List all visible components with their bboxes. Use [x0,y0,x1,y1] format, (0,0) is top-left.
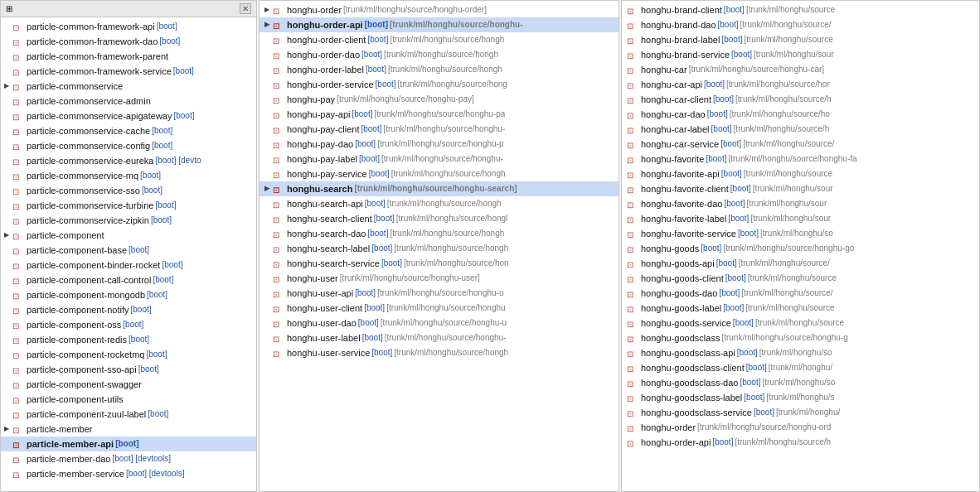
left-tree-item[interactable]: ⊡particle-commonservice-turbine [boot] [1,198,256,213]
project-icon: ⊡ [627,80,638,89]
center-list-item[interactable]: ⊡honghu-user-dao [boot] [trunk/ml/honghu… [260,316,619,330]
close-button-left[interactable]: ✕ [240,3,251,14]
right-list-item[interactable]: ⊡honghu-goods-label [boot] [trunk/ml/hon… [622,301,979,316]
expand-arrow[interactable]: ▶ [4,229,12,242]
right-list-item[interactable]: ⊡honghu-brand-label [boot] [trunk/ml/hon… [622,32,979,47]
left-tree-item[interactable]: ⊡particle-commonservice-cache [boot] [1,123,256,138]
left-tree-item[interactable]: ⊡particle-member-dao [boot] [devtools] [1,451,256,466]
right-list-item[interactable]: ⊡honghu-goods [boot] [trunk/ml/honghu/so… [622,241,979,256]
expand-arrow[interactable]: ▶ [264,3,273,17]
left-tree-item[interactable]: ⊡particle-component-redis [boot] [1,332,256,347]
center-list-item[interactable]: ⊡honghu-pay-label [boot] [trunk/ml/hongh… [260,152,619,166]
center-list-item[interactable]: ⊡honghu-search-service [boot] [trunk/ml/… [260,256,619,271]
right-list-item[interactable]: ⊡honghu-car [trunk/ml/honghu/source/hong… [622,62,979,77]
left-tree-item[interactable]: ⊡particle-component-rocketmq [boot] [1,347,256,362]
right-list-item[interactable]: ⊡honghu-brand-service [boot] [trunk/ml/h… [622,47,979,62]
left-tree-item[interactable]: ⊡particle-commonservice-apigateway [boot… [1,109,256,123]
left-tree-item[interactable]: ⊡particle-component-binder-rocket [boot] [1,258,256,273]
center-list-item[interactable]: ⊡honghu-order-label [boot] [trunk/ml/hon… [260,62,619,77]
left-tree-item[interactable]: ⊡particle-component-sso-api [boot] [1,362,256,377]
expand-arrow[interactable]: ▶ [4,422,12,436]
item-name: honghu-favorite-service [641,227,736,240]
expand-arrow[interactable]: ▶ [4,80,12,93]
left-tree-item[interactable]: ⊡particle-commonservice-eureka [boot] [d… [1,153,256,168]
center-list-item[interactable]: ⊡honghu-pay-service [boot] [trunk/ml/hon… [260,166,619,181]
center-list-item[interactable]: ⊡honghu-pay [trunk/ml/honghu/source/hong… [260,92,619,107]
left-tree-item[interactable]: ⊡particle-common-framework-dao [boot] [1,34,256,49]
center-list-item[interactable]: ⊡honghu-pay-api [boot] [trunk/ml/honghu/… [260,107,619,122]
center-list-item[interactable]: ⊡honghu-user-api [boot] [trunk/ml/honghu… [260,286,619,301]
left-tree-item[interactable]: ▶⊡particle-commonservice [1,79,256,94]
center-list-item[interactable]: ⊡honghu-search-dao [boot] [trunk/ml/hong… [260,226,619,241]
right-list-item[interactable]: ⊡honghu-favorite-api [boot] [trunk/ml/ho… [622,166,979,181]
right-list-item[interactable]: ⊡honghu-car-service [boot] [trunk/ml/hon… [622,137,979,152]
center-list-item[interactable]: ⊡honghu-search-label [boot] [trunk/ml/ho… [260,241,619,256]
right-list-item[interactable]: ⊡honghu-goodsclass-api [boot] [trunk/ml/… [622,345,979,360]
left-tree-item[interactable]: ⊡particle-commonservice-zipkin [boot] [1,213,256,228]
left-tree-item[interactable]: ⊡particle-component-notify [boot] [1,302,256,317]
center-list-item[interactable]: ⊡honghu-order-dao [boot] [trunk/ml/hongh… [260,47,619,62]
right-list-item[interactable]: ⊡honghu-goods-client [boot] [trunk/ml/ho… [622,271,979,286]
left-tree-item[interactable]: ⊡particle-commonservice-sso [boot] [1,183,256,198]
project-icon: ⊡ [273,124,284,134]
item-path: [trunk/ml/honghu/source/honghu- [390,18,523,31]
center-list-item[interactable]: ⊡honghu-pay-dao [boot] [trunk/ml/honghu/… [260,137,619,152]
right-list-item[interactable]: ⊡honghu-favorite-client [boot] [trunk/ml… [622,181,979,196]
center-list-item[interactable]: ▶⊡honghu-order [trunk/ml/honghu/source/h… [260,2,619,17]
center-list-item[interactable]: ▶⊡honghu-order-api [boot] [trunk/ml/hong… [260,17,619,32]
left-tree-item[interactable]: ⊡particle-common-framework-api [boot] [1,19,256,34]
right-list-item[interactable]: ⊡honghu-goodsclass [trunk/ml/honghu/sour… [622,330,979,345]
right-list-item[interactable]: ⊡honghu-goodsclass-dao [boot] [trunk/ml/… [622,375,979,390]
right-list-item[interactable]: ⊡honghu-goodsclass-service [boot] [trunk… [622,405,979,420]
expand-arrow[interactable]: ▶ [264,182,273,195]
item-name: honghu-goods-dao [641,287,717,300]
right-list-item[interactable]: ⊡honghu-car-label [boot] [trunk/ml/hongh… [622,122,979,137]
left-tree-item[interactable]: ⊡particle-component-zuul-label [boot] [1,407,256,422]
right-list-item[interactable]: ⊡honghu-car-dao [boot] [trunk/ml/honghu/… [622,107,979,122]
right-list-item[interactable]: ⊡honghu-goods-api [boot] [trunk/ml/hongh… [622,256,979,271]
right-list-item[interactable]: ⊡honghu-favorite-dao [boot] [trunk/ml/ho… [622,196,979,211]
expand-arrow[interactable]: ▶ [264,18,273,31]
project-icon: ⊡ [627,94,638,104]
right-list-item[interactable]: ⊡honghu-brand-client [boot] [trunk/ml/ho… [622,2,979,17]
project-icon: ⊡ [273,109,284,119]
right-list-item[interactable]: ⊡honghu-order [trunk/ml/honghu/source/ho… [622,420,979,435]
left-tree-item[interactable]: ⊡particle-common-framework-parent [1,49,256,64]
right-list-item[interactable]: ⊡honghu-order-api [boot] [trunk/ml/hongh… [622,435,979,450]
left-tree-item[interactable]: ⊡particle-commonservice-config [boot] [1,138,256,153]
left-tree-item[interactable]: ⊡particle-commonservice-admin [1,94,256,109]
right-list-item[interactable]: ⊡honghu-favorite-label [boot] [trunk/ml/… [622,211,979,226]
center-list-item[interactable]: ⊡honghu-user-label [boot] [trunk/ml/hong… [260,330,619,345]
left-tree-item[interactable]: ⊡particle-member-service [boot] [devtool… [1,466,256,481]
center-list-item[interactable]: ▶⊡honghu-search [trunk/ml/honghu/source/… [260,181,619,196]
left-tree-item[interactable]: ⊡particle-component-utils [1,392,256,407]
right-list-item[interactable]: ⊡honghu-goodsclass-client [boot] [trunk/… [622,360,979,375]
center-list-item[interactable]: ⊡honghu-user-client [boot] [trunk/ml/hon… [260,301,619,316]
center-list-item[interactable]: ⊡honghu-search-api [boot] [trunk/ml/hong… [260,196,619,211]
left-tree-item[interactable]: ⊡particle-component-oss [boot] [1,317,256,332]
left-tree-item[interactable]: ▶⊡particle-component [1,228,256,243]
center-list-item[interactable]: ⊡honghu-search-client [boot] [trunk/ml/h… [260,211,619,226]
right-list-item[interactable]: ⊡honghu-brand-dao [boot] [trunk/ml/hongh… [622,17,979,32]
left-tree-item[interactable]: ⊡particle-member-api [boot] [1,437,256,451]
left-tree-item[interactable]: ⊡particle-component-swagger [1,377,256,392]
left-tree-item[interactable]: ⊡particle-common-framework-service [boot… [1,64,256,79]
center-list-item[interactable]: ⊡honghu-user-service [boot] [trunk/ml/ho… [260,345,619,360]
left-tree-item[interactable]: ⊡particle-component-mongodb [boot] [1,287,256,302]
right-list-item[interactable]: ⊡honghu-car-api [boot] [trunk/ml/honghu/… [622,77,979,92]
right-list-item[interactable]: ⊡honghu-goodsclass-label [boot] [trunk/m… [622,390,979,405]
center-list-item[interactable]: ⊡honghu-order-service [boot] [trunk/ml/h… [260,77,619,92]
center-list-item[interactable]: ⊡honghu-user [trunk/ml/honghu/source/hon… [260,271,619,286]
left-tree-item[interactable]: ⊡particle-component-call-control [boot] [1,273,256,287]
left-tree-item[interactable]: ⊡particle-component-base [boot] [1,243,256,258]
right-list-item[interactable]: ⊡honghu-favorite-service [boot] [trunk/m… [622,226,979,241]
right-list-item[interactable]: ⊡honghu-car-client [boot] [trunk/ml/hong… [622,92,979,107]
right-list-item[interactable]: ⊡honghu-goods-service [boot] [trunk/ml/h… [622,316,979,330]
left-tree-item[interactable]: ▶⊡particle-member [1,422,256,437]
right-list-item[interactable]: ⊡honghu-favorite [boot] [trunk/ml/honghu… [622,152,979,166]
center-list-item[interactable]: ⊡honghu-pay-client [boot] [trunk/ml/hong… [260,122,619,137]
center-list-item[interactable]: ⊡honghu-order-client [boot] [trunk/ml/ho… [260,32,619,47]
item-label: particle-common-framework-dao [27,35,158,48]
right-list-item[interactable]: ⊡honghu-goods-dao [boot] [trunk/ml/hongh… [622,286,979,301]
left-tree-item[interactable]: ⊡particle-commonservice-mq [boot] [1,168,256,183]
